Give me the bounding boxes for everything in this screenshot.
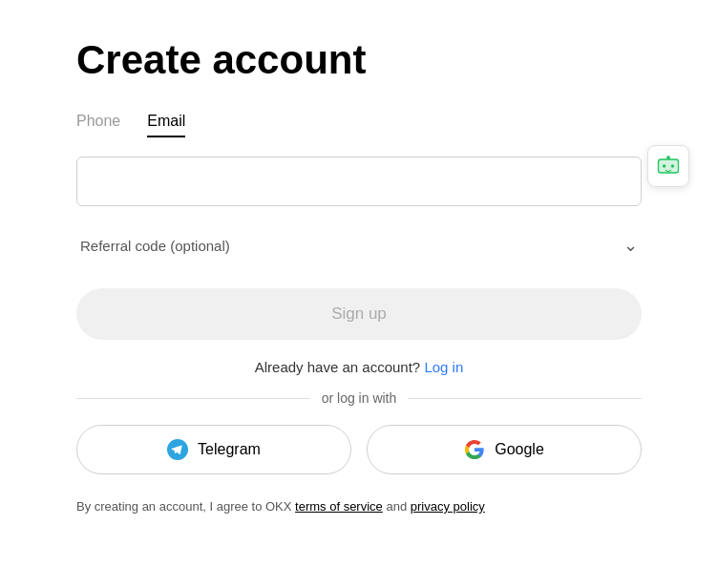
terms-of-service-link[interactable]: terms of service — [295, 499, 383, 514]
signup-button[interactable]: Sign up — [76, 288, 642, 340]
tab-phone[interactable]: Phone — [76, 113, 120, 137]
telegram-label: Telegram — [198, 441, 261, 458]
svg-point-3 — [663, 164, 666, 168]
google-label: Google — [495, 441, 544, 458]
divider-line-left — [76, 398, 310, 399]
social-buttons: Telegram Google — [76, 425, 642, 474]
auth-tabs: Phone Email — [76, 113, 642, 137]
terms-prefix: By creating an account, I agree to OKX — [76, 499, 295, 514]
referral-label: Referral code (optional) — [80, 238, 230, 254]
google-button[interactable]: Google — [367, 425, 642, 474]
already-account-row: Already have an account? Log in — [76, 359, 642, 375]
terms-middle: and — [383, 499, 411, 514]
chatbot-icon — [655, 153, 682, 179]
already-account-text: Already have an account? — [255, 359, 420, 375]
google-icon — [464, 439, 485, 460]
create-account-container: Create account Phone Email Referral code… — [76, 38, 642, 516]
chatbot-widget[interactable] — [647, 145, 689, 187]
login-link[interactable]: Log in — [424, 359, 463, 375]
telegram-icon — [167, 439, 188, 460]
tab-email[interactable]: Email — [147, 113, 185, 137]
svg-point-4 — [671, 164, 675, 168]
divider-line-right — [408, 398, 642, 399]
svg-rect-1 — [659, 159, 679, 173]
email-input[interactable] — [76, 157, 642, 206]
page-title: Create account — [76, 38, 642, 82]
referral-code-row[interactable]: Referral code (optional) ⌄ — [76, 221, 642, 269]
or-divider: or log in with — [76, 390, 642, 406]
privacy-policy-link[interactable]: privacy policy — [411, 499, 485, 514]
divider-text: or log in with — [322, 390, 397, 406]
terms-text: By creating an account, I agree to OKX t… — [76, 497, 642, 516]
telegram-button[interactable]: Telegram — [76, 425, 351, 474]
chevron-down-icon: ⌄ — [623, 235, 638, 256]
